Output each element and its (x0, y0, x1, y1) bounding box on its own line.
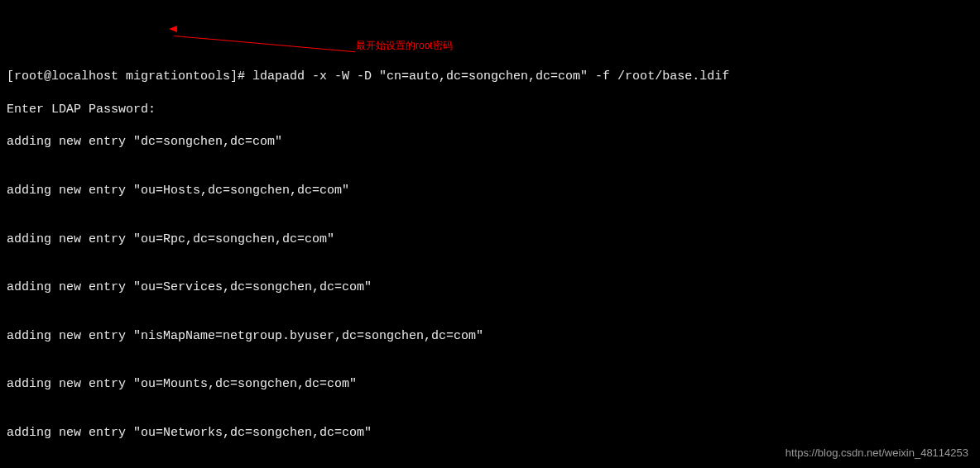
annotation-group: 最开始设置的root密码 (169, 28, 450, 50)
watermark-text: https://blog.csdn.net/weixin_48114253 (785, 446, 968, 460)
entry-line: adding new entry "ou=Services,dc=songche… (7, 279, 973, 296)
arrow-head-icon (169, 26, 177, 32)
entry-line: adding new entry "ou=Rpc,dc=songchen,dc=… (7, 232, 973, 248)
annotation-text: 最开始设置的root密码 (356, 40, 453, 53)
entry-line: adding new entry "ou=Hosts,dc=songchen,d… (7, 183, 973, 199)
prompt-line: [root@localhost migrationtools]# ldapadd… (7, 69, 973, 85)
entry-line: adding new entry "ou=Mounts,dc=songchen,… (7, 376, 973, 393)
entry-line: adding new entry "nisMapName=netgroup.by… (7, 328, 973, 345)
arrow-line-icon (174, 36, 355, 53)
password-prompt: Enter LDAP Password: (7, 102, 973, 118)
entry-line-first: adding new entry "dc=songchen,dc=com" (7, 134, 973, 150)
entry-line: adding new entry "ou=Networks,dc=songche… (7, 425, 973, 442)
